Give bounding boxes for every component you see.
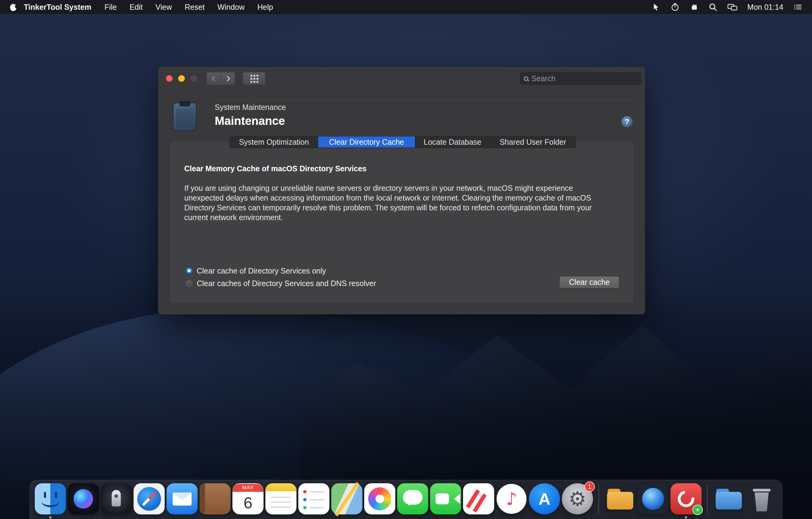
launchpad-icon <box>101 483 132 514</box>
photos-icon <box>364 483 395 514</box>
apple-menu-icon[interactable] <box>10 3 17 11</box>
dock-item-mail[interactable] <box>167 483 198 519</box>
notification-badge: 1 <box>584 482 595 492</box>
back-button[interactable] <box>206 72 221 85</box>
menu-app-name[interactable]: TinkerTool System <box>24 3 91 11</box>
mail-icon <box>167 483 198 514</box>
radio-selected-icon[interactable] <box>186 268 193 274</box>
panel-description: If you are using changing or unreliable … <box>184 183 611 222</box>
screen-mirroring-icon[interactable] <box>727 2 737 11</box>
dock-item-calendar[interactable]: MAY6 <box>232 483 264 519</box>
tab-shared-user-folder[interactable]: Shared User Folder <box>490 136 576 147</box>
menu-reset[interactable]: Reset <box>185 3 205 11</box>
radio-option-directory-and-dns[interactable]: Clear caches of Directory Services and D… <box>186 277 376 290</box>
forward-button[interactable] <box>221 72 235 85</box>
notification-list-icon[interactable] <box>793 2 802 11</box>
tab-label: Locate Database <box>424 138 481 146</box>
downloads-folder-icon <box>713 483 744 514</box>
dock-item-contacts[interactable] <box>200 483 231 519</box>
header-separator <box>215 101 635 101</box>
clipboard-clip <box>180 101 190 106</box>
menu-edit[interactable]: Edit <box>129 3 143 11</box>
dock-item-downloads[interactable] <box>713 483 744 519</box>
dock-item-reminders[interactable] <box>298 483 329 519</box>
menu-clock[interactable]: Mon 01:14 <box>747 3 783 11</box>
dock-item-maps[interactable] <box>331 483 362 519</box>
page-title: Maintenance <box>215 114 285 128</box>
dock-item-app-store[interactable] <box>529 483 560 519</box>
dock-item-finder[interactable] <box>35 483 66 519</box>
menu-help[interactable]: Help <box>257 3 273 11</box>
dock-item-notes[interactable] <box>265 483 296 519</box>
finder-icon <box>35 483 66 514</box>
dock-item-messages[interactable] <box>397 483 428 519</box>
radio-option-directory-only[interactable]: Clear cache of Directory Services only <box>186 265 326 277</box>
clear-cache-button[interactable]: Clear cache <box>559 276 619 288</box>
minimize-button[interactable] <box>178 75 185 82</box>
spotlight-search-icon[interactable] <box>708 2 718 11</box>
dock-item-itunes[interactable] <box>496 483 527 519</box>
dock: MAY6 1 + <box>30 480 782 519</box>
tab-clear-directory-cache[interactable]: Clear Directory Cache <box>318 136 415 147</box>
menu-window[interactable]: Window <box>218 3 244 11</box>
dock-item-photos[interactable] <box>364 483 395 519</box>
tab-bar: System Optimization Clear Directory Cach… <box>230 136 576 148</box>
panel-heading: Clear Memory Cache of macOS Directory Se… <box>184 164 367 173</box>
title-bar[interactable] <box>158 67 645 90</box>
calendar-day-label: 6 <box>232 491 264 514</box>
grid-icon <box>251 75 252 77</box>
search-icon <box>524 76 528 81</box>
dock-item-system-preferences[interactable]: 1 <box>562 483 593 519</box>
tab-label: System Optimization <box>239 138 309 146</box>
dock-item-folder[interactable] <box>605 483 636 519</box>
running-indicator <box>50 516 52 518</box>
contacts-icon <box>200 483 231 514</box>
calendar-month-label: MAY <box>232 484 264 492</box>
facetime-icon <box>430 483 461 514</box>
folder-icon <box>605 483 636 514</box>
dock-item-facetime[interactable] <box>430 483 461 519</box>
menu-file[interactable]: File <box>104 3 117 11</box>
pane-subtitle: System Maintenance <box>215 103 286 112</box>
search-input[interactable] <box>531 74 637 83</box>
system-preferences-icon: 1 <box>562 483 593 514</box>
chevron-left-icon <box>212 76 217 81</box>
itunes-icon <box>496 483 527 514</box>
dock-separator <box>599 485 599 514</box>
tab-label: Clear Directory Cache <box>329 138 404 146</box>
security-agent-icon[interactable] <box>689 2 698 11</box>
tab-label: Shared User Folder <box>500 138 566 146</box>
messages-icon <box>397 483 428 514</box>
dock-item-trash[interactable] <box>746 483 777 519</box>
notes-icon <box>265 483 296 514</box>
plus-badge: + <box>692 504 703 515</box>
radio-label: Clear caches of Directory Services and D… <box>197 279 376 288</box>
close-button[interactable] <box>166 75 173 82</box>
trash-icon <box>746 483 777 514</box>
dock-item-safari[interactable] <box>134 483 165 519</box>
reminders-icon <box>298 483 329 514</box>
dock-item-tinkertool[interactable]: + <box>670 483 702 519</box>
dock-item-launchpad[interactable] <box>101 483 132 519</box>
dock-item-news[interactable] <box>463 483 494 519</box>
tinkertool-window: System Maintenance Maintenance ? Clear M… <box>158 66 645 315</box>
app-store-icon <box>529 483 560 514</box>
dock-item-network-globe[interactable] <box>638 483 669 519</box>
maps-icon <box>331 483 362 514</box>
tinkertool-icon: + <box>670 483 702 514</box>
tab-locate-database[interactable]: Locate Database <box>415 136 490 147</box>
pointer-icon[interactable] <box>651 2 661 11</box>
tab-system-optimization[interactable]: System Optimization <box>230 136 318 147</box>
clipboard-page <box>176 109 194 127</box>
news-icon <box>463 483 494 514</box>
show-all-button[interactable] <box>243 72 265 85</box>
chevron-right-icon <box>225 76 230 81</box>
dock-separator <box>707 485 708 514</box>
search-field[interactable] <box>520 72 641 85</box>
dock-item-siri[interactable] <box>68 483 99 519</box>
calendar-icon: MAY6 <box>232 483 264 514</box>
clock-gauge-icon[interactable] <box>670 2 679 11</box>
menu-view[interactable]: View <box>155 3 172 11</box>
radio-unselected-icon[interactable] <box>186 280 193 287</box>
help-button[interactable]: ? <box>621 116 633 127</box>
